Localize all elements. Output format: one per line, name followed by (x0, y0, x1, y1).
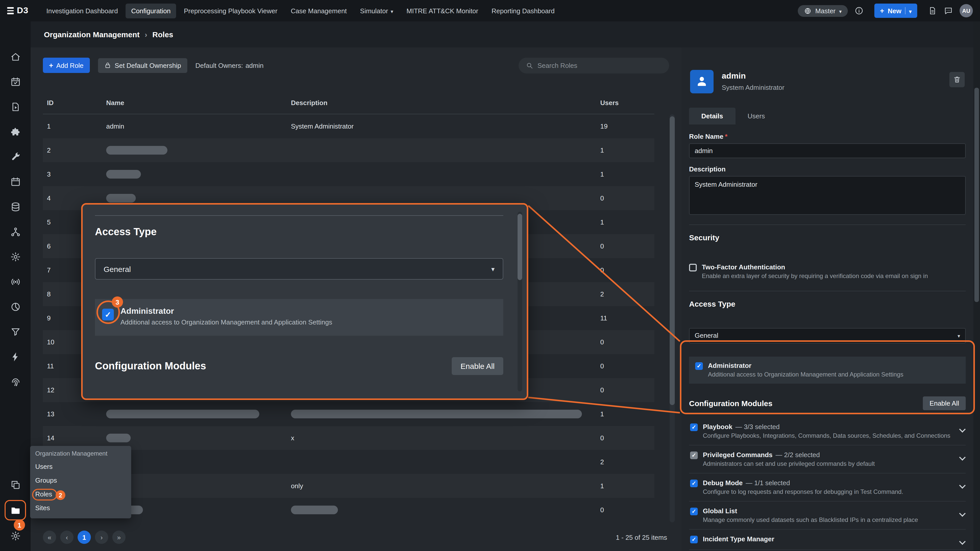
set-default-ownership-button[interactable]: Set Default Ownership (98, 58, 187, 73)
table-row[interactable]: 14x0 (43, 426, 654, 450)
sidebar-item-bolt[interactable] (6, 348, 24, 366)
sidebar-item-gear[interactable] (6, 248, 24, 266)
search-roles-input[interactable] (538, 62, 662, 69)
nav-item-configuration[interactable]: Configuration (126, 3, 177, 18)
master-selector[interactable]: Master (798, 5, 848, 17)
administrator-text: Administrator Additional access to Organ… (708, 362, 904, 379)
table-row[interactable]: 170 (43, 498, 654, 522)
description-input[interactable]: System Administrator (689, 176, 966, 215)
sidebar-item-signal[interactable] (6, 273, 24, 291)
chevron-down-icon[interactable] (959, 483, 966, 489)
nav-item-reporting-dashboard[interactable]: Reporting Dashboard (486, 3, 560, 18)
role-name-input[interactable] (689, 143, 966, 158)
current-page-button[interactable]: 1 (78, 530, 91, 544)
table-row[interactable]: 131 (43, 402, 654, 426)
table-scrollbar[interactable] (670, 114, 675, 522)
document-icon[interactable] (928, 6, 937, 15)
add-role-button[interactable]: Add Role (43, 58, 89, 73)
chevron-down-icon[interactable] (959, 538, 966, 545)
modal-enable-all-button[interactable]: Enable All (452, 357, 503, 375)
nav-item-simulator[interactable]: Simulator (355, 3, 399, 18)
administrator-row[interactable]: Administrator Additional access to Organ… (689, 356, 966, 384)
menu-item-label: Users (35, 463, 52, 470)
module-item-global-list[interactable]: Global ListManage commonly used datasets… (689, 502, 966, 530)
enable-all-button[interactable]: Enable All (923, 396, 966, 410)
menu-item-roles[interactable]: Roles (30, 487, 131, 501)
window-scrollbar[interactable] (974, 21, 980, 551)
breadcrumb-parent[interactable]: Organization Management (44, 30, 140, 39)
table-row[interactable]: 31 (43, 162, 654, 186)
module-item-privileged-commands[interactable]: Privileged Commands— 2/2 selectedAdminis… (689, 445, 966, 473)
chevron-down-icon[interactable] (959, 510, 966, 517)
modal-access-type-select[interactable]: General (95, 258, 503, 279)
nav-item-case-management[interactable]: Case Management (285, 3, 352, 18)
nav-item-investigation-dashboard[interactable]: Investigation Dashboard (41, 3, 123, 18)
two-factor-checkbox[interactable] (689, 264, 697, 272)
cell-description-text: System Administrator (291, 122, 354, 130)
nav-item-mitre-att-ck-monitor[interactable]: MITRE ATT&CK Monitor (401, 3, 484, 18)
module-checkbox[interactable] (690, 480, 698, 487)
sidebar-item-tools[interactable] (6, 148, 24, 166)
chat-icon[interactable] (944, 6, 953, 15)
last-page-button[interactable]: » (112, 530, 126, 544)
sidebar (0, 21, 30, 551)
tab-users[interactable]: Users (735, 108, 777, 124)
module-checkbox[interactable] (690, 508, 698, 515)
next-page-button[interactable]: › (95, 530, 108, 544)
modal-scrollbar-thumb[interactable] (517, 214, 522, 280)
access-type-select[interactable]: General (689, 328, 966, 343)
module-item-debug-mode[interactable]: Debug Mode— 1/1 selectedConfigure to log… (689, 473, 966, 502)
user-avatar[interactable]: AU (959, 4, 973, 17)
modal-scrollbar[interactable] (517, 212, 522, 391)
cell-id-text: 7 (47, 266, 51, 274)
chevron-down-icon[interactable] (959, 426, 966, 433)
module-checkbox[interactable] (690, 536, 698, 543)
administrator-checkbox[interactable] (695, 362, 703, 370)
module-item-playbook[interactable]: Playbook— 3/3 selectedConfigure Playbook… (689, 417, 966, 445)
sidebar-item-calendar[interactable] (6, 173, 24, 191)
module-title: Playbook (703, 423, 732, 430)
modal-administrator-checkbox[interactable] (102, 309, 114, 321)
sidebar-item-calendar-check[interactable] (6, 73, 24, 91)
table-scrollbar-thumb[interactable] (670, 116, 675, 405)
new-button[interactable]: New (874, 3, 917, 18)
table-row[interactable]: 21 (43, 138, 654, 162)
search-roles[interactable] (519, 57, 669, 73)
module-item-incident-type-manager[interactable]: Incident Type Manager (689, 530, 966, 550)
sidebar-item-home[interactable] (6, 48, 24, 66)
module-checkbox[interactable] (690, 451, 698, 459)
menu-item-users[interactable]: Users (30, 460, 131, 473)
first-page-button[interactable]: « (43, 530, 56, 544)
sidebar-item-fingerprint[interactable] (6, 373, 24, 391)
d3-logo[interactable]: D3 (7, 6, 28, 16)
menu-item-groups[interactable]: Groups (30, 473, 131, 487)
module-title: Privileged Commands (703, 451, 773, 459)
menu-item-sites[interactable]: Sites (30, 501, 131, 515)
table-row[interactable]: 16only1 (43, 474, 654, 498)
chevron-down-icon[interactable] (959, 454, 966, 461)
info-icon[interactable] (854, 6, 864, 15)
module-checkbox[interactable] (690, 424, 698, 431)
two-factor-row[interactable]: Two-Factor Authentication Enable an extr… (689, 263, 966, 280)
sidebar-item-funnel[interactable] (6, 323, 24, 341)
window-scrollbar-thumb[interactable] (974, 88, 979, 302)
gear-icon (10, 530, 21, 541)
sidebar-item-puzzle[interactable] (6, 123, 24, 141)
sidebar-item-folder[interactable] (6, 502, 24, 519)
sidebar-item-playbook[interactable] (6, 98, 24, 116)
prev-page-button[interactable]: ‹ (60, 530, 73, 544)
sidebar-item-pie[interactable] (6, 298, 24, 316)
cell-users: 1 (596, 482, 654, 490)
modal-administrator-row[interactable]: Administrator Additional access to Organ… (95, 299, 503, 336)
module-desc: Administrators can set and use privilege… (703, 460, 955, 467)
delete-role-button[interactable] (950, 72, 965, 87)
breadcrumb-current[interactable]: Roles (152, 30, 173, 39)
sidebar-item-database[interactable] (6, 198, 24, 216)
table-row[interactable]: 1adminSystem Administrator19 (43, 114, 654, 138)
cell-users: 1 (596, 146, 654, 154)
nav-item-preprocessing-playbook-viewer[interactable]: Preprocessing Playbook Viewer (178, 3, 283, 18)
sidebar-item-copy[interactable] (6, 476, 24, 494)
table-row[interactable]: 152 (43, 450, 654, 474)
tab-details[interactable]: Details (689, 108, 735, 124)
sidebar-item-network[interactable] (6, 223, 24, 241)
